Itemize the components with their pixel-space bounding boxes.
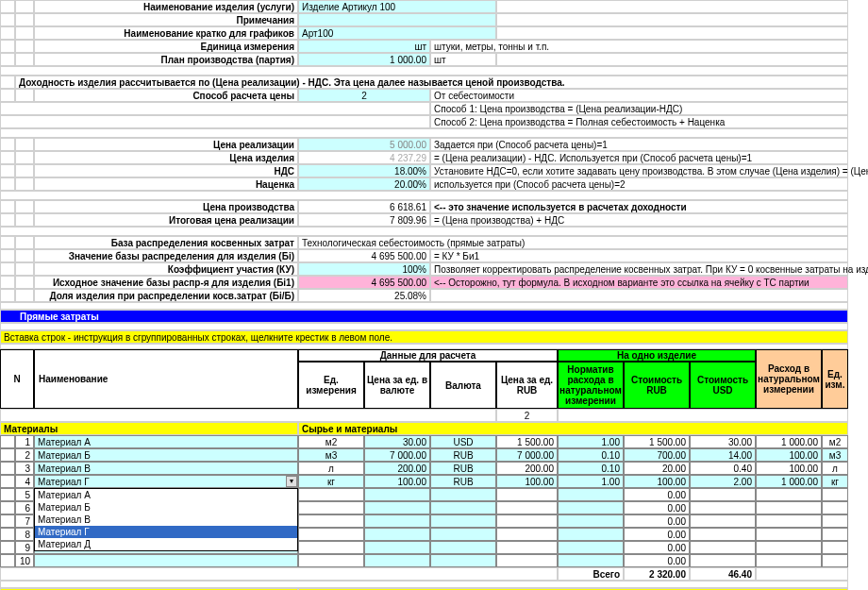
- label-ku: Коэффициент участия (КУ): [34, 262, 298, 276]
- label-prod-price: Цена производства: [34, 200, 298, 213]
- cell-share: 25.08%: [298, 289, 430, 302]
- method-name: От себестоимости: [430, 89, 848, 102]
- dropdown-item[interactable]: Материал Б: [35, 501, 297, 514]
- cell-name[interactable]: Материал Г▾: [34, 475, 298, 488]
- hint-sale-price: Задается при (Способ расчета цены)=1: [430, 138, 848, 151]
- th-name: Наименование: [34, 349, 298, 409]
- label-final-price: Итоговая цена реализации: [34, 213, 298, 227]
- dropdown-item[interactable]: Материал В: [35, 514, 297, 526]
- label-short: Наименование кратко для графиков: [34, 26, 298, 40]
- profit-header: Доходность изделия рассчитывается по (Це…: [15, 76, 848, 89]
- label-product-name: Наименование изделия (услуги): [34, 0, 298, 13]
- table-row: 2 Материал Б м3 7 000.00 RUB 7 000.00 0.…: [0, 448, 868, 462]
- label-bi1: Исходное значение базы распр-я для издел…: [34, 276, 298, 289]
- cell-bi1[interactable]: 4 695 500.00: [298, 276, 430, 289]
- label-indirect-base: База распределения косвенных затрат: [34, 236, 298, 249]
- th-unit: Ед. измерения: [298, 362, 364, 409]
- th-calc-data: Данные для расчета: [298, 349, 558, 362]
- hint-markup: используется при (Способ расчета цены)=2: [430, 177, 848, 191]
- dropdown-item[interactable]: Материал Г: [35, 526, 297, 538]
- cell-ku[interactable]: 100%: [298, 262, 430, 276]
- th-expense: Расход в натуральном измерении: [756, 349, 822, 409]
- label-item-price: Цена изделия: [34, 151, 298, 164]
- th-n: N: [0, 349, 34, 409]
- th-price-cur: Цена за ед. в валюте: [364, 362, 430, 409]
- dropdown-item[interactable]: Материал А: [35, 489, 297, 501]
- hint-ku: Позволяет корректировать распределение к…: [430, 262, 848, 276]
- cell-method[interactable]: 2: [298, 89, 430, 102]
- cell-final-price: 7 809.96: [298, 213, 430, 227]
- cell-item-price: 4 237.29: [298, 151, 430, 164]
- cell-indirect-base: Технологическая себестоимость (прямые за…: [298, 236, 848, 249]
- total-label: Всего: [558, 567, 624, 581]
- hint-item-price: = (Цена реализации) - НДС. Используется …: [430, 151, 848, 164]
- th-unit2: Ед. изм.: [822, 349, 848, 409]
- cell-name[interactable]: Материал Б: [34, 448, 298, 462]
- hint-vat: Установите НДС=0, если хотите задавать ц…: [430, 164, 848, 177]
- hint-unit: штуки, метры, тонны и т.п.: [430, 40, 848, 53]
- total-rub: 2 320.00: [624, 567, 690, 581]
- dropdown-icon[interactable]: ▾: [286, 476, 297, 487]
- method1-text: Способ 1: Цена производства = (Цена реал…: [430, 102, 848, 115]
- th-currency: Валюта: [430, 362, 496, 409]
- section-direct-costs: Прямые затраты: [0, 310, 848, 323]
- cell-product-name[interactable]: Изделие Артикул 100: [298, 0, 496, 13]
- label-sale-price: Цена реализации: [34, 138, 298, 151]
- section-materials-sub: Сырье и материалы: [298, 422, 848, 435]
- idx2: 2: [496, 409, 558, 422]
- material-dropdown[interactable]: Материал АМатериал БМатериал ВМатериал Г…: [34, 488, 298, 551]
- cell-sale-price[interactable]: 5 000.00: [298, 138, 430, 151]
- th-price-rub: Цена за ед. RUB: [496, 362, 558, 409]
- spreadsheet-grid: Наименование изделия (услуги) Изделие Ар…: [0, 0, 868, 435]
- label-unit: Единица измерения: [34, 40, 298, 53]
- hint-bi1: <-- Осторожно, тут формула. В исходном в…: [430, 276, 848, 289]
- th-cost-rub: Стоимость RUB: [624, 362, 690, 409]
- cell-bi: 4 695 500.00: [298, 249, 430, 262]
- table-row: 4 Материал Г▾ кг 100.00 RUB 100.00 1.00 …: [0, 475, 868, 488]
- section-materials: Материалы: [0, 422, 298, 435]
- cell-plan-unit: шт: [430, 53, 496, 66]
- method2-text: Способ 2: Цена производства = Полная себ…: [430, 115, 848, 128]
- total-usd: 46.40: [690, 567, 756, 581]
- label-markup: Наценка: [34, 177, 298, 191]
- cell-name[interactable]: Материал В: [34, 462, 298, 475]
- cell-short[interactable]: Арт100: [298, 26, 496, 40]
- th-norm: Норматив расхода в натуральном измерении: [558, 362, 624, 409]
- insert-hint: Вставка строк - инструкция в сгруппирова…: [0, 330, 848, 344]
- cell-markup[interactable]: 20.00%: [298, 177, 430, 191]
- table-row: 3 Материал В л 200.00 RUB 200.00 0.10 20…: [0, 462, 868, 475]
- hint-bi: = КУ * Би1: [430, 249, 848, 262]
- label-share: Доля изделия при распределении косв.затр…: [34, 289, 298, 302]
- cell-note[interactable]: [298, 13, 496, 26]
- cell-name[interactable]: Материал А: [34, 435, 298, 448]
- cell-prod-price: 6 618.61: [298, 200, 430, 213]
- label-bi: Значение базы распределения для изделия …: [34, 249, 298, 262]
- table-row: 10 0.00: [0, 554, 868, 567]
- table-row: 1 Материал А м2 30.00 USD 1 500.00 1.00 …: [0, 435, 868, 448]
- label-note: Примечания: [34, 13, 298, 26]
- cell-unit[interactable]: шт: [298, 40, 430, 53]
- label-method: Способ расчета цены: [34, 89, 298, 102]
- dropdown-item[interactable]: Материал Д: [35, 538, 297, 550]
- label-plan: План производства (партия): [34, 53, 298, 66]
- hint-final-price: = (Цена производства) + НДС: [430, 213, 848, 227]
- th-cost-usd: Стоимость USD: [690, 362, 756, 409]
- th-per-unit: На одно изделие: [558, 349, 756, 362]
- label-vat: НДС: [34, 164, 298, 177]
- hint-prod-price: <-- это значение используется в расчетах…: [430, 200, 848, 213]
- cell-plan[interactable]: 1 000.00: [298, 53, 430, 66]
- cell-vat[interactable]: 18.00%: [298, 164, 430, 177]
